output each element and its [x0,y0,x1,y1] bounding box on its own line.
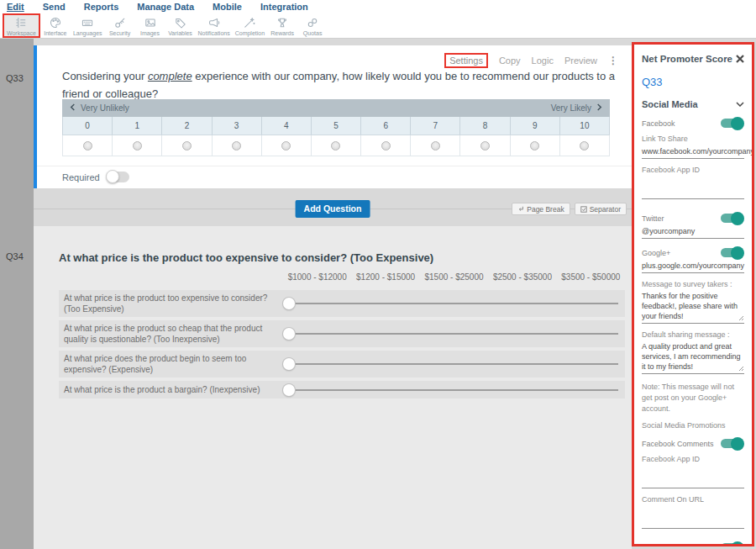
default-sharing-message-textarea[interactable]: A quality product and great services, I … [642,341,744,374]
menu-item-edit[interactable]: Edit [7,2,24,12]
twitter-toggle[interactable] [721,214,743,223]
nps-radio[interactable] [182,141,192,150]
nps-radio-cell [113,135,162,156]
nps-radio[interactable] [431,141,440,150]
question-card-q33: Settings Copy Logic Preview ⋮ Considerin… [34,45,632,188]
google-row: Google+ [642,248,744,257]
nps-radio-cell [460,135,510,156]
embed-twitter-timeline-toggle[interactable] [721,543,743,546]
panel-title: Net Promoter Score [642,54,732,64]
nps-value-cell: 10 [560,117,610,135]
slider-handle[interactable] [283,384,295,396]
embed-twitter-timeline-label: Embed Twitter Timeline [642,544,720,547]
q34-column-header: $1000 - $12000 [283,272,351,282]
link-to-share-input[interactable]: www.facebook.com/yourcompany [642,145,744,159]
nps-value-cell: 4 [262,117,312,135]
panel-items: FacebookLink To Sharewww.facebook.com/yo… [642,119,744,546]
interface-icon [49,16,62,29]
question-number-q33: Q33 [6,73,24,83]
nps-radio[interactable] [133,141,142,150]
facebook-comments-app-id-input[interactable] [642,472,744,488]
toolbar-item-workspace[interactable]: Workspace [3,13,40,38]
twitter-handle-input[interactable]: @yourcompany [642,225,744,239]
nps-radio-cell [162,135,212,156]
logic-button[interactable]: Logic [532,55,554,66]
question-gutter: Q33 Q34 [0,39,34,549]
toolbar-item-completion[interactable]: Completion [233,13,267,38]
notifications-icon [207,16,221,29]
nps-value-cell: 7 [411,117,460,135]
separator-checkbox-icon [580,206,587,213]
slider-handle[interactable] [283,328,295,340]
slider-row-label: At what price is the product a bargain? … [64,384,283,395]
toolbar-item-variables[interactable]: Variables [165,13,196,38]
quotas-icon [306,16,319,29]
social-media-section-header[interactable]: Social Media [642,99,744,109]
google-toggle[interactable] [721,248,743,257]
nps-radio[interactable] [232,141,241,150]
facebook-comments-toggle[interactable] [721,439,743,448]
toolbar-item-label: Interface [44,30,66,36]
toolbar-item-rewards[interactable]: Rewards [267,13,297,38]
toolbar-item-interface[interactable]: Interface [40,13,71,38]
q34-column-header: $1200 - $15000 [351,272,419,282]
chevron-left-icon [70,103,76,113]
link-to-share-label: Link To Share [642,135,744,143]
nps-radio[interactable] [83,141,92,150]
copy-button[interactable]: Copy [499,55,521,66]
menu-item-manage-data[interactable]: Manage Data [137,2,194,12]
message-to-survey-takers-textarea[interactable]: Thanks for the positive feedback!, pleas… [642,291,744,324]
facebook-app-id-label: Facebook App ID [642,166,744,174]
slider-handle[interactable] [283,298,295,309]
slider-row: At what price is the product too expensi… [59,290,625,317]
slider [283,358,618,371]
settings-button[interactable]: Settings [444,53,488,68]
slider-row-label: At what price is the product too expensi… [64,293,283,314]
google-plus-url-input[interactable]: plus.google.com/yourcompany [642,260,744,273]
menu-item-integration[interactable]: Integration [260,2,308,12]
resize-handle-icon[interactable] [738,315,744,321]
nps-radio[interactable] [331,141,340,150]
more-options-icon[interactable]: ⋮ [608,55,618,66]
separator-button[interactable]: Separator [575,203,627,215]
resize-handle-icon[interactable] [738,366,744,372]
note-text: Note: This message will not get post on … [642,382,744,414]
menu-item-reports[interactable]: Reports [84,2,119,12]
q34-title[interactable]: At what price is the product too expensi… [59,251,433,264]
question-text[interactable]: Considering your complete experience wit… [62,67,618,103]
nps-radio[interactable] [381,141,391,150]
slider-row: At what price is the product so cheap th… [59,320,625,347]
nps-value-cell: 9 [511,117,560,135]
question-actions: Settings Copy Logic Preview ⋮ [444,53,618,68]
facebook-app-id-input[interactable] [642,182,744,199]
nps-value-cell: 5 [312,117,361,135]
facebook-app-id-label: Facebook App ID [642,455,744,463]
toolbar-item-label: Workspace [7,30,36,36]
nps-radio[interactable] [281,141,291,150]
menu-item-mobile[interactable]: Mobile [213,2,242,12]
preview-button[interactable]: Preview [564,55,597,66]
message-to-survey-takers-label: Message to survey takers : [642,280,744,288]
slider-handle[interactable] [283,358,295,370]
panel-question-id[interactable]: Q33 [642,76,744,88]
toolbar-item-security[interactable]: Security [105,13,135,38]
nps-radio[interactable] [480,141,490,150]
toolbar-item-images[interactable]: Images [135,13,165,38]
add-question-button[interactable]: Add Question [296,200,370,218]
facebook-comments-label: Facebook Comments [642,440,714,448]
nps-value-cell: 8 [460,117,510,135]
nps-radio[interactable] [530,141,539,150]
toolbar-item-label: Completion [235,30,265,36]
toolbar-item-quotas[interactable]: Quotas [297,13,328,38]
required-toggle[interactable] [107,172,129,182]
toolbar-item-languages[interactable]: Languages [71,13,105,38]
comment-on-url-input[interactable] [642,512,744,529]
page-break-button[interactable]: Page Break [512,203,570,215]
close-icon[interactable] [736,51,744,66]
menu-item-send[interactable]: Send [43,2,66,12]
toolbar-item-notifications[interactable]: Notifications [196,13,233,38]
facebook-toggle[interactable] [721,119,743,128]
slider-row: At what price does the product begin to … [59,351,625,377]
nps-radio[interactable] [580,141,589,150]
slider-track [289,303,618,304]
